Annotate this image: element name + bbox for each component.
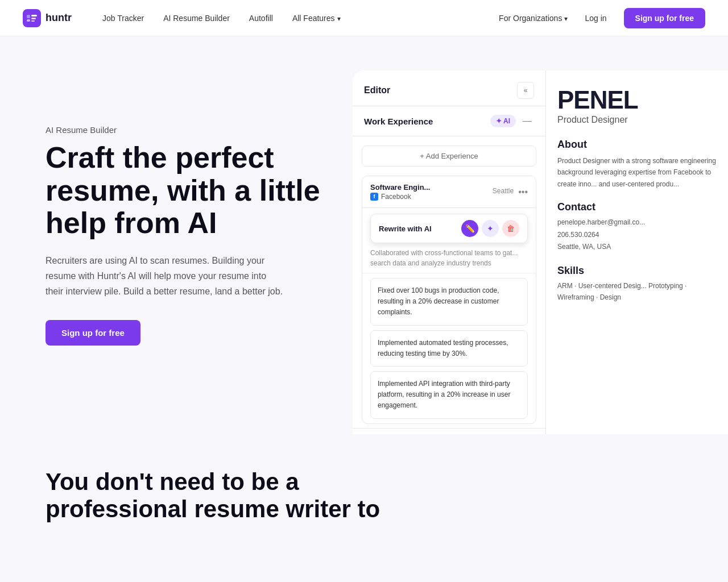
navbar: huntr Job Tracker AI Resume Builder Auto… [0, 0, 728, 36]
nav-login[interactable]: Log in [577, 9, 614, 27]
achievement-item-3[interactable]: Implemented API integration with third-p… [370, 371, 528, 419]
exp-right: Seattle ••• [493, 187, 528, 197]
collapse-section-button[interactable]: — [520, 114, 534, 128]
resume-email: penelope.harber@gmail.co... [557, 217, 717, 229]
nav-autofill[interactable]: Autofill [241, 9, 281, 27]
resume-skills-text: ARM · User-centered Desig... Prototyping… [557, 280, 717, 304]
resume-about-text: Product Designer with a strong software … [557, 155, 717, 190]
location: Seattle [493, 187, 514, 195]
experience-item: Software Engin... f Facebook Seattle ••• [362, 176, 536, 424]
editor-title: Editor [364, 85, 390, 95]
resume-job-title: Product Designer [557, 115, 717, 125]
hero-description: Recruiters are using AI to scan resumes.… [46, 253, 284, 300]
hero-section: AI Resume Builder Craft the perfect resu… [0, 36, 728, 434]
achievement-item-2[interactable]: Implemented automated testing processes,… [370, 330, 528, 367]
rewrite-action-icons: ✏️ ✦ 🗑 [461, 220, 519, 237]
hero-signup-button[interactable]: Sign up for free [46, 320, 140, 346]
logo-text: huntr [46, 12, 72, 24]
work-experience-title: Work Experience [364, 117, 433, 126]
hero-content: AI Resume Builder Craft the perfect resu… [46, 125, 330, 345]
chevron-down-icon [337, 14, 341, 23]
experience-details: Software Engin... f Facebook [370, 183, 430, 201]
svg-rect-1 [27, 15, 30, 18]
ai-badge[interactable]: ✦ AI [490, 115, 516, 127]
svg-rect-2 [27, 19, 30, 22]
delete-icon-button[interactable]: 🗑 [502, 220, 519, 237]
resume-contact-info: penelope.harber@gmail.co... 206.530.0264… [557, 217, 717, 253]
company-name: Facebook [381, 193, 411, 201]
editor-collapse-button[interactable]: « [517, 82, 534, 99]
editor-panel: Editor « Work Experience ✦ AI — + Add Ex… [353, 70, 546, 434]
work-experience-actions: ✦ AI — [490, 114, 534, 128]
ui-mockup: Editor « Work Experience ✦ AI — + Add Ex… [353, 70, 728, 434]
editor-header: Editor « [353, 70, 545, 106]
facebook-icon: f [370, 193, 378, 201]
nav-signup-button[interactable]: Sign up for free [624, 8, 705, 28]
chevron-down-icon [564, 14, 568, 23]
rewrite-tooltip: Rewrite with AI ✏️ ✦ 🗑 [370, 214, 528, 243]
bullet-draft-text: Collaborated with cross-functional teams… [362, 243, 536, 273]
nav-links: Job Tracker AI Resume Builder Autofill A… [94, 9, 499, 27]
resume-preview-panel: PENEL Product Designer About Product Des… [546, 70, 728, 434]
resume-skills-title: Skills [557, 265, 717, 277]
resume-phone: 206.530.0264 [557, 229, 717, 242]
company-info: f Facebook [370, 193, 430, 201]
experience-item-header: Software Engin... f Facebook Seattle ••• [362, 176, 536, 208]
work-experience-header: Work Experience ✦ AI — [353, 106, 545, 136]
bottom-section: You don't need to be a professional resu… [0, 434, 728, 557]
achievement-item-1[interactable]: Fixed over 100 bugs in production code, … [370, 278, 528, 326]
nav-ai-resume-builder[interactable]: AI Resume Builder [155, 9, 238, 27]
nav-all-features[interactable]: All Features [284, 9, 349, 27]
nav-job-tracker[interactable]: Job Tracker [94, 9, 152, 27]
editor-body: + Add Experience Software Engin... f Fac… [353, 136, 545, 428]
ai-icon-button[interactable]: ✦ [482, 220, 499, 237]
nav-right: For Organizations Log in Sign up for fre… [499, 8, 705, 28]
editor-footer: + Achievement ✦ AI Suggestions [353, 428, 545, 434]
rewrite-label: Rewrite with AI [379, 225, 432, 233]
resume-address: Seattle, WA, USA [557, 241, 717, 253]
bottom-title: You don't need to be a professional resu… [46, 468, 444, 523]
svg-rect-4 [31, 18, 36, 19]
resume-contact-title: Contact [557, 201, 717, 213]
edit-icon-button[interactable]: ✏️ [461, 220, 478, 237]
svg-rect-5 [31, 20, 35, 22]
hero-subtitle: AI Resume Builder [46, 125, 330, 135]
logo[interactable]: huntr [23, 9, 72, 27]
svg-rect-3 [31, 15, 37, 16]
hero-title: Craft the perfect resume, with a little … [46, 142, 330, 239]
resume-about-title: About [557, 139, 717, 151]
job-title: Software Engin... [370, 183, 430, 192]
nav-for-organizations[interactable]: For Organizations [499, 14, 568, 23]
resume-name: PENEL [557, 88, 717, 113]
more-options-button[interactable]: ••• [518, 187, 528, 197]
add-experience-button[interactable]: + Add Experience [362, 146, 536, 167]
